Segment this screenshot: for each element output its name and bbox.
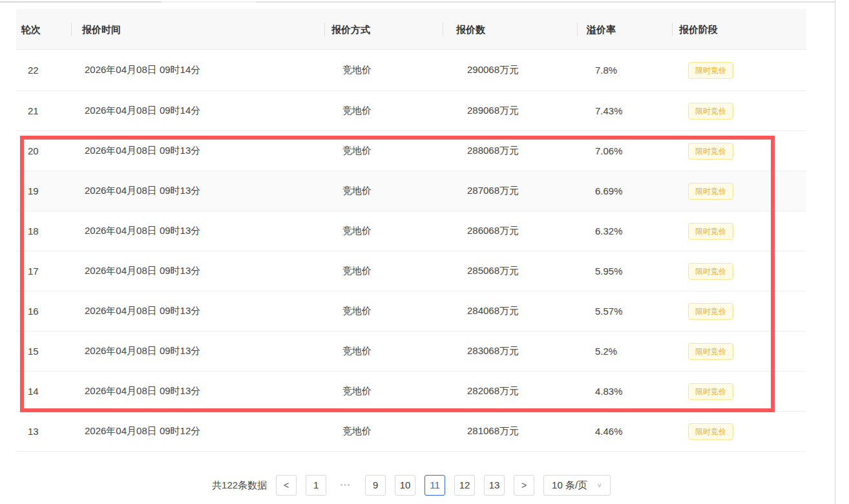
- cell-amount: 284068万元: [443, 305, 577, 317]
- table-row: 18 2026年04月08日 09时13分 竞地价 286068万元 6.32%…: [16, 211, 806, 251]
- pagination: 共122条数据 < 1 ••• 9 10 11 12 13 > 10 条/页 ∨: [16, 475, 806, 496]
- cell-round: 18: [16, 226, 71, 236]
- cell-premium: 7.43%: [577, 105, 672, 116]
- bidding-table: 轮次 报价时间 报价方式 报价数 溢价率 报价阶段 22 2026年04月08日…: [16, 9, 806, 452]
- cell-stage: 限时竞价: [672, 303, 806, 320]
- cell-premium: 6.32%: [577, 226, 672, 236]
- stage-badge: 限时竞价: [688, 343, 733, 360]
- table-header-row: 轮次 报价时间 报价方式 报价数 溢价率 报价阶段: [16, 9, 806, 50]
- cell-stage: 限时竞价: [672, 143, 806, 160]
- cell-stage: 限时竞价: [672, 183, 806, 200]
- page-size-select[interactable]: 10 条/页 ∨: [543, 475, 611, 496]
- cell-round: 15: [16, 346, 71, 357]
- chevron-down-icon: ∨: [596, 481, 602, 488]
- table-body: 22 2026年04月08日 09时14分 竞地价 290068万元 7.8% …: [16, 50, 806, 452]
- stage-badge: 限时竞价: [688, 303, 733, 320]
- column-header-amount: 报价数: [443, 9, 577, 50]
- stage-badge: 限时竞价: [688, 143, 733, 160]
- stage-badge: 限时竞价: [688, 183, 733, 200]
- table-row: 22 2026年04月08日 09时14分 竞地价 290068万元 7.8% …: [16, 50, 806, 91]
- cell-amount: 285068万元: [443, 265, 577, 277]
- cell-round: 17: [16, 266, 71, 277]
- cell-method: 竞地价: [324, 265, 443, 277]
- cell-premium: 6.69%: [577, 185, 672, 196]
- cell-round: 21: [16, 105, 71, 116]
- page-edge-divider: [835, 0, 835, 504]
- page-button-13[interactable]: 13: [484, 475, 505, 496]
- cell-method: 竞地价: [324, 185, 443, 197]
- table-row: 17 2026年04月08日 09时13分 竞地价 285068万元 5.95%…: [16, 251, 806, 291]
- cell-method: 竞地价: [324, 385, 443, 397]
- stage-badge: 限时竞价: [688, 423, 733, 440]
- table-row: 20 2026年04月08日 09时13分 竞地价 288068万元 7.06%…: [16, 131, 806, 171]
- cell-stage: 限时竞价: [672, 343, 806, 360]
- cell-amount: 282068万元: [443, 385, 577, 397]
- next-page-button[interactable]: >: [514, 475, 534, 496]
- cell-method: 竞地价: [324, 345, 443, 357]
- cell-time: 2026年04月08日 09时13分: [71, 345, 324, 357]
- cell-time: 2026年04月08日 09时13分: [71, 385, 324, 397]
- cell-premium: 5.2%: [577, 346, 672, 357]
- table-row: 21 2026年04月08日 09时14分 竞地价 289068万元 7.43%…: [16, 91, 806, 131]
- cell-amount: 290068万元: [443, 64, 577, 76]
- page-button-12[interactable]: 12: [454, 475, 475, 496]
- cell-amount: 288068万元: [443, 145, 577, 157]
- pagination-total-label: 共122条数据: [212, 479, 267, 492]
- cell-amount: 289068万元: [443, 105, 577, 117]
- cell-time: 2026年04月08日 09时13分: [71, 185, 324, 197]
- column-header-stage: 报价阶段: [672, 9, 806, 50]
- table-row: 14 2026年04月08日 09时13分 竞地价 282068万元 4.83%…: [16, 372, 806, 412]
- cell-stage: 限时竞价: [672, 423, 806, 440]
- cell-amount: 286068万元: [443, 225, 577, 237]
- stage-badge: 限时竞价: [688, 223, 733, 240]
- cell-round: 22: [16, 65, 71, 76]
- cell-round: 13: [16, 426, 71, 437]
- cell-method: 竞地价: [324, 305, 443, 317]
- bidding-records-page: 轮次 报价时间 报价方式 报价数 溢价率 报价阶段 22 2026年04月08日…: [0, 0, 849, 504]
- cell-method: 竞地价: [324, 225, 443, 237]
- cell-round: 16: [16, 306, 71, 317]
- cell-round: 14: [16, 386, 71, 397]
- cell-amount: 287068万元: [443, 185, 577, 197]
- stage-badge: 限时竞价: [688, 263, 733, 280]
- cell-time: 2026年04月08日 09时13分: [71, 265, 324, 277]
- column-header-method: 报价方式: [324, 9, 443, 50]
- cell-premium: 4.83%: [577, 386, 672, 397]
- page-button-10[interactable]: 10: [395, 475, 415, 496]
- cell-method: 竞地价: [324, 64, 443, 76]
- cell-premium: 4.46%: [577, 426, 672, 437]
- page-button-11[interactable]: 11: [424, 475, 445, 496]
- cell-stage: 限时竞价: [672, 62, 806, 79]
- page-button-1[interactable]: 1: [306, 475, 326, 496]
- cell-premium: 5.95%: [577, 266, 672, 277]
- pagination-pages: < 1 ••• 9 10 11 12 13 >: [276, 475, 534, 496]
- cell-round: 20: [16, 145, 71, 156]
- cell-stage: 限时竞价: [672, 263, 806, 280]
- prev-page-button[interactable]: <: [276, 475, 297, 496]
- top-divider: [0, 1, 835, 3]
- cell-time: 2026年04月08日 09时13分: [71, 145, 324, 157]
- cell-method: 竞地价: [324, 425, 443, 437]
- cell-stage: 限时竞价: [672, 223, 806, 240]
- table-row: 13 2026年04月08日 09时12分 竞地价 281068万元 4.46%…: [16, 412, 806, 452]
- table-row: 16 2026年04月08日 09时13分 竞地价 284068万元 5.57%…: [16, 291, 806, 331]
- cell-amount: 283068万元: [443, 345, 577, 357]
- table-row: 19 2026年04月08日 09时13分 竞地价 287068万元 6.69%…: [16, 171, 806, 211]
- ellipsis-pages: •••: [335, 475, 356, 496]
- cell-time: 2026年04月08日 09时13分: [71, 305, 324, 317]
- cell-premium: 7.06%: [577, 145, 672, 156]
- table-row: 15 2026年04月08日 09时13分 竞地价 283068万元 5.2% …: [16, 331, 806, 372]
- cell-premium: 5.57%: [577, 306, 672, 317]
- cell-time: 2026年04月08日 09时12分: [71, 425, 324, 437]
- cell-time: 2026年04月08日 09时13分: [71, 225, 324, 237]
- column-header-premium: 溢价率: [577, 9, 672, 50]
- column-header-round: 轮次: [16, 9, 71, 50]
- cell-premium: 7.8%: [577, 65, 672, 76]
- page-button-9[interactable]: 9: [365, 475, 386, 496]
- stage-badge: 限时竞价: [688, 103, 733, 120]
- stage-badge: 限时竞价: [688, 383, 733, 400]
- stage-badge: 限时竞价: [688, 62, 733, 79]
- cell-amount: 281068万元: [443, 425, 577, 437]
- cell-method: 竞地价: [324, 145, 443, 157]
- cell-time: 2026年04月08日 09时14分: [71, 105, 324, 117]
